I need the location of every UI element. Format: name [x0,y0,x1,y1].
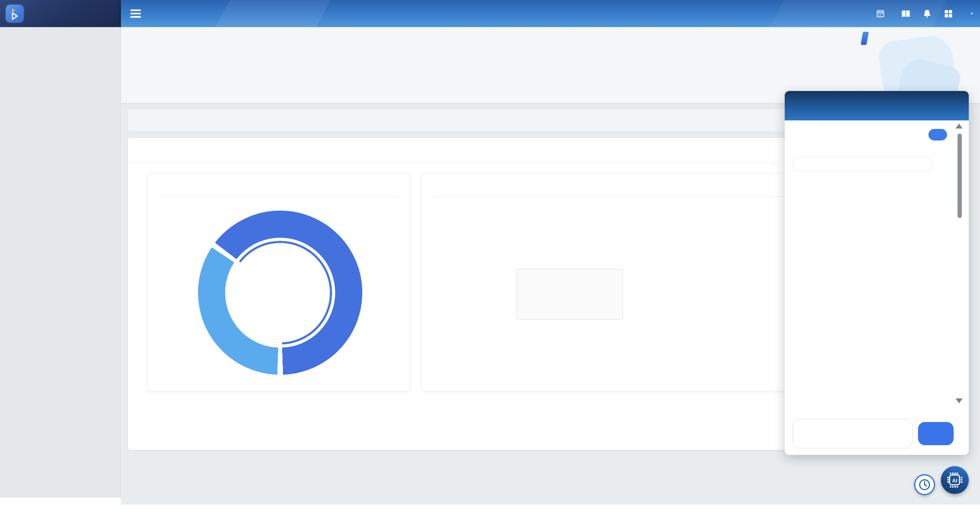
fiscal-year-selector[interactable] [876,9,890,18]
bell-icon[interactable] [922,9,932,19]
chart-tooltip [517,269,623,319]
hamburger-menu-icon[interactable] [129,7,143,21]
book-icon[interactable] [901,9,911,19]
ai-chat-messages[interactable] [785,120,969,418]
grid-apps-icon[interactable] [943,9,954,19]
donut-chart[interactable] [198,211,362,375]
sidebar-footer [0,497,121,518]
ai-question-input[interactable] [792,419,913,448]
clock-icon [918,478,932,492]
ai-chip-icon: AI [946,471,964,489]
ai-chat-panel [785,91,969,455]
history-fab[interactable] [914,474,935,495]
sidebar-header [0,0,121,27]
user-menu[interactable] [964,10,975,17]
ai-input-bar [785,418,969,455]
page-footer [121,504,980,518]
send-button[interactable] [918,422,954,445]
svg-text:AI: AI [952,478,957,484]
ai-assistant-fab[interactable]: AI [941,466,969,494]
navbar-decor [209,0,335,27]
bimasakti-logo [859,32,870,45]
donut-center-text [198,211,362,375]
app-logo-icon [6,5,23,22]
scrollbar-thumb[interactable] [958,134,962,218]
navbar-right [876,0,975,27]
sidebar [0,0,121,518]
caret-down-icon [968,10,975,17]
calendar-icon [876,9,885,18]
scroll-up-icon[interactable] [956,123,963,129]
user-message-bubble [928,129,947,141]
ai-panel-header [785,91,969,120]
donut-chart-card [147,173,410,391]
ai-message-bubble [792,157,933,172]
divider [158,196,399,197]
brand-ribbon-icon [861,32,869,45]
scroll-down-icon[interactable] [956,398,963,403]
top-navbar [121,0,980,27]
